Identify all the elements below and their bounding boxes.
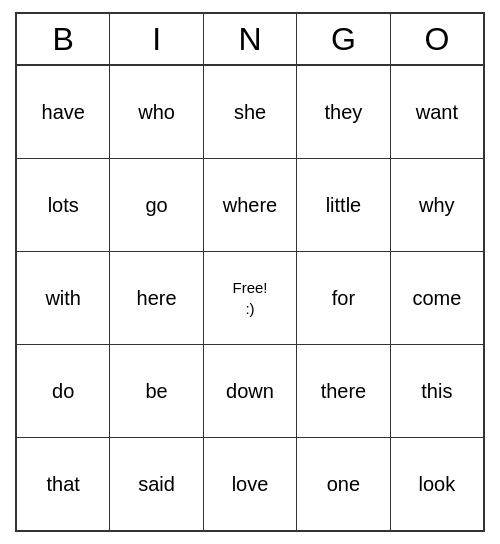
bingo-card: B I N G O have who she they want lots go… <box>15 12 485 532</box>
cell-1-3: she <box>204 66 297 158</box>
grid-row-1: have who she they want <box>17 66 483 159</box>
cell-2-2: go <box>110 159 203 251</box>
cell-5-1: that <box>17 438 110 530</box>
grid-row-4: do be down there this <box>17 345 483 438</box>
cell-3-4: for <box>297 252 390 344</box>
cell-1-5: want <box>391 66 483 158</box>
cell-4-3: down <box>204 345 297 437</box>
cell-4-1: do <box>17 345 110 437</box>
free-smiley: :) <box>245 298 254 319</box>
header-n: N <box>204 14 297 64</box>
free-space-cell: Free! :) <box>204 252 297 344</box>
header-b: B <box>17 14 110 64</box>
header-i: I <box>110 14 203 64</box>
cell-3-1: with <box>17 252 110 344</box>
cell-3-2: here <box>110 252 203 344</box>
cell-4-4: there <box>297 345 390 437</box>
cell-1-1: have <box>17 66 110 158</box>
free-label: Free! <box>233 277 268 298</box>
header-g: G <box>297 14 390 64</box>
grid-row-3: with here Free! :) for come <box>17 252 483 345</box>
cell-2-1: lots <box>17 159 110 251</box>
cell-5-5: look <box>391 438 483 530</box>
header-row: B I N G O <box>17 14 483 66</box>
grid-row-5: that said love one look <box>17 438 483 530</box>
grid-row-2: lots go where little why <box>17 159 483 252</box>
cell-5-3: love <box>204 438 297 530</box>
cell-4-2: be <box>110 345 203 437</box>
cell-2-3: where <box>204 159 297 251</box>
cell-1-2: who <box>110 66 203 158</box>
header-o: O <box>391 14 483 64</box>
cell-1-4: they <box>297 66 390 158</box>
cell-2-5: why <box>391 159 483 251</box>
cell-5-2: said <box>110 438 203 530</box>
bingo-grid: have who she they want lots go where lit… <box>17 66 483 530</box>
cell-3-5: come <box>391 252 483 344</box>
cell-5-4: one <box>297 438 390 530</box>
cell-4-5: this <box>391 345 483 437</box>
cell-2-4: little <box>297 159 390 251</box>
